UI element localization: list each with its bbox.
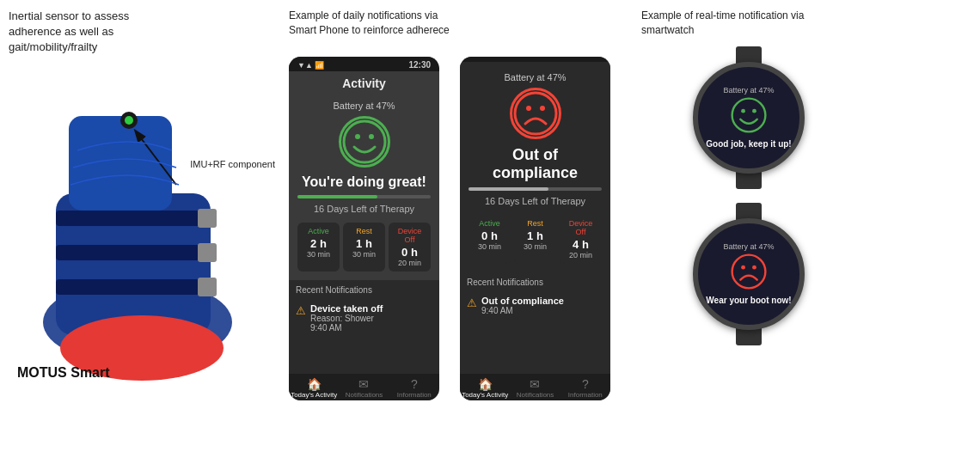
phone1-stat-devoff-value: 0 h [392, 246, 427, 259]
phone2-stat-devoff-value: 4 h [563, 238, 598, 251]
svg-rect-8 [198, 278, 217, 296]
phone1-notif-time: 9:40 AM [310, 323, 432, 333]
phone1-stat-rest-unit: 30 min [346, 250, 382, 259]
phone1-notif-header: Recent Notifications [296, 285, 432, 295]
phone1-body: Battery at 47% You're doing great! 16 Da… [289, 94, 439, 280]
phone2-body: Battery at 47% Out of compliance 16 Days… [460, 62, 610, 272]
phone1-nav-activity[interactable]: 🏠 Today's Activity [289, 377, 339, 399]
watch1-face: Battery at 47% Good job, keep it up! [693, 62, 805, 174]
phone1-compliance: You're doing great! [302, 174, 426, 190]
phone1-nav: 🏠 Today's Activity ✉ Notifications ? Inf… [289, 374, 439, 400]
phone2-stat-rest-value: 1 h [518, 229, 553, 242]
phone2-stat-active-unit: 30 min [472, 242, 507, 251]
phone1-notif-item: ⚠ Device taken off Reason: Shower 9:40 A… [296, 300, 432, 336]
svg-rect-7 [198, 243, 217, 262]
phone1-days-left: 16 Days Left of Therapy [314, 204, 414, 214]
watch1-smiley-svg [731, 97, 767, 133]
phone1-stat-active-value: 2 h [301, 237, 336, 250]
watch1-item: Battery at 47% Good job, keep it up! [693, 46, 805, 189]
phone2-nav-info-icon: ? [582, 377, 589, 391]
phone2-progress-bar [469, 187, 602, 191]
svg-point-21 [752, 108, 756, 113]
phone2-nav-activity-icon: 🏠 [478, 377, 493, 391]
phone1-nav-info[interactable]: ? Information [389, 377, 439, 399]
phone2-stat-rest-label: Rest [518, 219, 553, 228]
phone2-nav-notifications[interactable]: ✉ Notifications [510, 377, 560, 399]
phone2-screen: Battery at 47% Out of compliance 16 Days… [460, 57, 610, 400]
phone1-battery: Battery at 47% [333, 101, 395, 111]
phone2-caption [460, 9, 628, 52]
svg-point-13 [344, 121, 385, 162]
svg-point-15 [369, 134, 374, 139]
phone2-stat-rest: Rest 1 h 30 min [514, 215, 556, 264]
phone2-nav-notif-icon: ✉ [530, 377, 540, 391]
svg-rect-5 [56, 279, 211, 295]
svg-rect-2 [69, 116, 172, 211]
phone2-nav-activity-label: Today's Activity [462, 391, 508, 399]
phone1-stat-active-label: Active [301, 227, 336, 235]
phone2-stat-devoff: Device Off 4 h 20 min [560, 215, 602, 264]
phone2-notif-item: ⚠ Out of compliance 9:40 AM [467, 292, 603, 319]
phone1-nav-activity-label: Today's Activity [291, 391, 337, 399]
phone1-nav-info-icon: ? [411, 377, 418, 391]
motus-label: MOTUS Smart [17, 365, 110, 381]
phone2-stat-devoff-label: Device Off [563, 219, 598, 236]
phone1-status-bar: ▼▲ 📶 12:30 [289, 57, 439, 71]
phone1-notif-text: Device taken off Reason: Shower 9:40 AM [310, 303, 432, 333]
phone2-smiley-svg [513, 91, 558, 136]
phone2-days-left: 16 Days Left of Therapy [485, 196, 585, 206]
phone1-nav-activity-icon: 🏠 [307, 377, 322, 391]
phone1-nav-notif-label: Notifications [346, 391, 383, 399]
phone1-nav-notifications[interactable]: ✉ Notifications [339, 377, 389, 399]
svg-point-24 [752, 265, 756, 269]
phone2-battery: Battery at 47% [504, 72, 566, 82]
watch2-battery: Battery at 47% [723, 242, 774, 251]
phone1-notif-reason: Reason: Shower [310, 314, 432, 323]
phone1-stat-rest-value: 1 h [346, 237, 382, 250]
phone2-stat-active-label: Active [472, 219, 507, 228]
phone2-nav-info[interactable]: ? Information [560, 377, 610, 399]
phone2-stat-active-value: 0 h [472, 229, 507, 242]
phone2-nav-notif-label: Notifications [517, 391, 554, 399]
phone1-header: Activity [289, 71, 439, 94]
phone1-screen: ▼▲ 📶 12:30 Activity Battery at 47% You'r… [289, 57, 439, 400]
watch1-battery: Battery at 47% [723, 86, 774, 95]
phone1-signal-icons: ▼▲ 📶 [297, 61, 324, 70]
svg-point-17 [526, 106, 531, 111]
watch1-assembly: Battery at 47% Good job, keep it up! [693, 46, 805, 189]
watch2-smiley-svg [731, 253, 767, 290]
phone1-progress-bar [297, 195, 431, 198]
phone2-stats-row: Active 0 h 30 min Rest 1 h 30 min Device… [469, 215, 602, 264]
phone2-compliance: Out of compliance [469, 146, 602, 182]
imu-label: IMU+RF component [190, 159, 275, 169]
phone1-time: 12:30 [408, 60, 431, 70]
svg-point-20 [741, 108, 745, 113]
watch1-smiley [731, 97, 767, 137]
svg-point-14 [355, 134, 360, 139]
watch1-message: Good job, keep it up! [706, 139, 791, 150]
phone2-nav-info-label: Information [568, 391, 603, 399]
phone2-stat-rest-unit: 30 min [518, 242, 553, 251]
watch-section: Example of real-time notification via sm… [633, 0, 865, 464]
phone1-stat-devoff: Device Off 0 h 20 min [389, 223, 431, 272]
phone1-stat-active-unit: 30 min [301, 250, 336, 259]
watch2-strap-top [736, 203, 762, 220]
phone1-notifications: Recent Notifications ⚠ Device taken off … [289, 280, 439, 374]
phone2-notif-icon: ⚠ [467, 296, 477, 309]
phone2-notif-title: Out of compliance [481, 296, 603, 306]
phone1-section: Example of daily notifications via Smart… [289, 9, 456, 455]
svg-point-11 [125, 116, 133, 125]
phone2-nav-activity[interactable]: 🏠 Today's Activity [460, 377, 510, 399]
watch1-strap-top [736, 46, 762, 64]
phone1-stat-rest-label: Rest [346, 227, 382, 235]
phone1-stats-row: Active 2 h 30 min Rest 1 h 30 min Device… [297, 223, 431, 272]
watch2-assembly: Battery at 47% Wear your boot now! [693, 203, 805, 345]
phone2-stat-active: Active 0 h 30 min [469, 215, 511, 264]
phone1-nav-info-label: Information [397, 391, 432, 399]
phone1-nav-notif-icon: ✉ [358, 377, 369, 391]
boot-section: Inertial sensor to assess adherence as w… [0, 0, 284, 464]
svg-point-23 [741, 265, 745, 269]
phone1-progress-fill [297, 195, 377, 198]
phone1-caption: Example of daily notifications via Smart… [289, 9, 456, 52]
watch1-strap-bottom [736, 172, 762, 189]
